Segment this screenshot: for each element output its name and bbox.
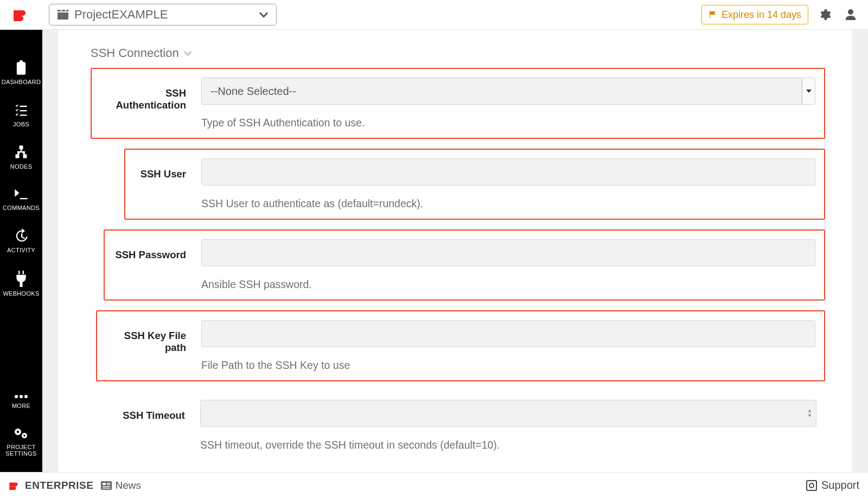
field-help: SSH User to authenticate as (default=run…	[201, 197, 815, 210]
svg-rect-0	[20, 146, 23, 149]
gears-icon	[13, 426, 29, 440]
sidebar-item-label: PROJECT SETTINGS	[2, 444, 40, 457]
sidebar-item-label: ACTIVITY	[7, 247, 35, 253]
footer-news-link[interactable]: News	[101, 480, 141, 491]
list-check-icon	[14, 103, 29, 118]
sidebar-item-nodes[interactable]: NODES	[0, 136, 42, 178]
sidebar-item-dashboard[interactable]: DASHBOARD	[0, 52, 42, 94]
form-panel: SSH Connection SSH Authentication --None…	[58, 30, 853, 472]
field-ssh-user: SSH User SSH User to authenticate as (de…	[124, 149, 825, 220]
brand-logo	[0, 8, 42, 21]
svg-point-3	[15, 395, 18, 398]
ellipsis-icon	[14, 394, 28, 399]
section-title-text: SSH Connection	[91, 46, 179, 60]
sidebar-item-label: JOBS	[13, 121, 29, 127]
nodes-icon	[14, 145, 29, 160]
chevron-down-icon	[259, 10, 269, 20]
svg-rect-15	[107, 484, 110, 485]
field-ssh-password: SSH Password Ansible SSH password.	[104, 229, 825, 301]
footer-news-text: News	[115, 480, 141, 491]
brand-logo-icon	[12, 8, 30, 21]
history-icon	[14, 228, 29, 244]
brand-logo-icon	[9, 481, 21, 490]
plug-icon	[14, 271, 28, 287]
select-current-value: --None Selected--	[210, 85, 296, 98]
svg-point-5	[24, 395, 28, 398]
field-label: SSH Password	[113, 239, 186, 261]
ssh-key-file-path-input[interactable]	[201, 320, 815, 347]
sidebar-item-webhooks[interactable]: WEBHOOKS	[0, 262, 42, 305]
footer-brand[interactable]: ENTERPRISE	[9, 480, 93, 491]
sidebar-item-jobs[interactable]: JOBS	[0, 94, 42, 136]
svg-rect-1	[16, 155, 19, 158]
sidebar-item-label: DASHBOARD	[2, 79, 41, 85]
flag-icon	[709, 10, 717, 19]
svg-point-9	[23, 435, 25, 437]
sidebar-item-label: COMMANDS	[3, 205, 40, 211]
field-help: Ansible SSH password.	[201, 278, 815, 291]
section-ssh-connection-header[interactable]: SSH Connection	[91, 46, 825, 60]
sidebar-item-label: MORE	[12, 403, 30, 409]
svg-rect-11	[103, 483, 106, 485]
life-ring-icon	[806, 480, 817, 491]
user-menu-icon[interactable]	[841, 5, 860, 24]
sidebar-item-activity[interactable]: ACTIVITY	[0, 220, 42, 262]
field-help: File Path to the SSH Key to use	[201, 359, 815, 372]
svg-point-4	[20, 395, 23, 398]
sidebar-item-label: NODES	[10, 163, 33, 170]
footer-support-link[interactable]: Support	[806, 479, 859, 491]
svg-rect-16	[807, 481, 816, 490]
topbar: ProjectEXAMPLE Expires in 14 days	[0, 0, 868, 30]
field-ssh-timeout: SSH Timeout ▲▼ SSH timeout, override the…	[113, 391, 825, 460]
license-expiry-text: Expires in 14 days	[722, 9, 801, 21]
field-label: SSH Timeout	[122, 400, 185, 422]
main-scroll[interactable]: SSH Connection SSH Authentication --None…	[42, 30, 868, 472]
svg-point-17	[809, 483, 814, 488]
field-label: SSH User	[134, 158, 186, 180]
sidebar-item-project-settings[interactable]: PROJECT SETTINGS	[0, 418, 42, 472]
field-help: SSH timeout, override the SSH timeout in…	[200, 439, 816, 451]
field-ssh-key-file-path: SSH Key File path File Path to the SSH K…	[96, 310, 825, 381]
sidebar-item-more[interactable]: MORE	[0, 385, 42, 418]
newspaper-icon	[101, 481, 112, 490]
ssh-timeout-input[interactable]	[200, 400, 816, 427]
svg-rect-2	[24, 155, 27, 158]
number-spinner-icon[interactable]: ▲▼	[807, 408, 812, 418]
svg-rect-10	[101, 481, 112, 490]
license-expiry-badge[interactable]: Expires in 14 days	[701, 5, 808, 24]
project-selector[interactable]: ProjectEXAMPLE	[49, 4, 277, 25]
project-icon	[57, 10, 69, 20]
sidebar-item-label: WEBHOOKS	[3, 290, 39, 297]
terminal-icon	[14, 187, 29, 201]
footer-support-text: Support	[821, 479, 859, 491]
chevron-down-icon	[183, 49, 192, 58]
ssh-authentication-select[interactable]: --None Selected--	[201, 78, 815, 105]
ssh-password-input[interactable]	[201, 239, 815, 266]
field-label: SSH Key File path	[106, 320, 186, 354]
field-ssh-authentication: SSH Authentication --None Selected-- Typ…	[91, 68, 825, 139]
svg-rect-14	[107, 483, 110, 484]
settings-gear-icon[interactable]	[815, 5, 834, 24]
footer-brand-text: ENTERPRISE	[25, 480, 93, 491]
sidebar-item-commands[interactable]: COMMANDS	[0, 178, 42, 220]
svg-point-7	[17, 431, 19, 433]
svg-rect-12	[103, 486, 110, 487]
svg-rect-13	[103, 488, 110, 489]
clipboard-icon	[14, 60, 29, 75]
field-label: SSH Authentication	[100, 78, 186, 111]
dropdown-caret-icon	[802, 78, 815, 104]
project-name: ProjectEXAMPLE	[74, 8, 253, 22]
ssh-user-input[interactable]	[201, 158, 815, 186]
sidebar: DASHBOARD JOBS NODES COMMANDS ACTIVITY	[0, 30, 42, 472]
footer: ENTERPRISE News Support	[0, 472, 868, 498]
field-help: Type of SSH Authentication to use.	[201, 117, 815, 129]
